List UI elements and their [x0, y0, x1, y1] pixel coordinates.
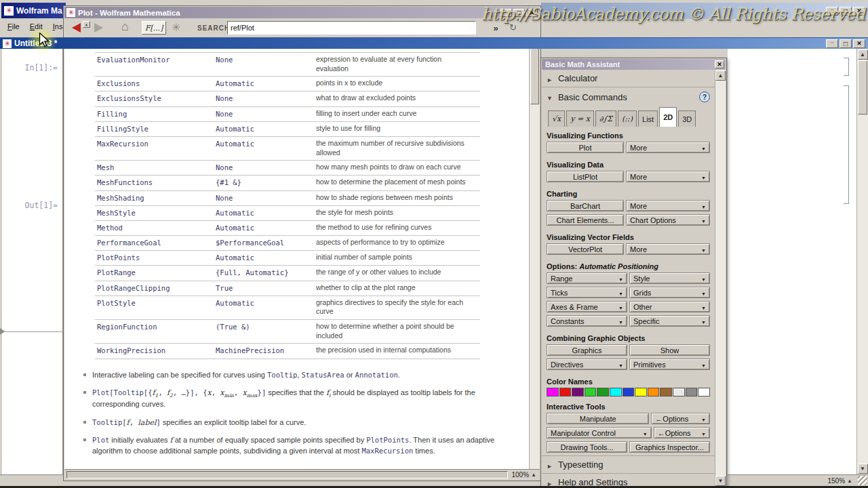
drawing-tools-button[interactable]: Drawing Tools...: [547, 441, 627, 453]
toolbar-overflow-button[interactable]: »: [488, 22, 503, 34]
close-icon[interactable]: [715, 60, 724, 68]
option-dropdown-ticks[interactable]: Ticks: [547, 287, 627, 298]
option-dropdown-other[interactable]: Other: [629, 301, 710, 312]
palette-scrollbar[interactable]: [715, 70, 726, 487]
refresh-icon[interactable]: [509, 22, 517, 33]
color-swatch-8[interactable]: [648, 388, 660, 396]
manipulator-options-dropdown[interactable]: ←Options: [654, 427, 710, 439]
doc-scrollbar[interactable]: [529, 38, 540, 469]
table-row: MaxRecursionAutomaticthe maximum number …: [95, 136, 480, 160]
scroll-up-icon[interactable]: [858, 49, 868, 60]
option-dropdown-axes-frame[interactable]: Axes & Frame: [547, 301, 627, 312]
cell-insert-line[interactable]: [2, 331, 62, 332]
notebook-title-bar[interactable]: Untitled-3 *: [0, 37, 868, 49]
graphics-button[interactable]: Graphics: [547, 344, 627, 356]
color-swatch-9[interactable]: [660, 388, 672, 396]
color-swatch-4[interactable]: [597, 388, 609, 396]
graphics-inspector-button[interactable]: Graphics Inspector...: [629, 441, 710, 453]
notebook-right-area[interactable]: [728, 49, 868, 474]
directives-dropdown[interactable]: Directives: [547, 359, 627, 370]
minimize-icon[interactable]: [500, 9, 512, 17]
more-dropdown-charting[interactable]: More: [626, 200, 710, 211]
color-swatch-6[interactable]: [623, 388, 635, 396]
chevron-down-icon: [701, 415, 706, 423]
section-typesetting[interactable]: Typesetting: [547, 456, 710, 473]
color-swatch-0[interactable]: [547, 388, 559, 396]
maximize-icon[interactable]: [840, 39, 852, 48]
cell-bracket[interactable]: [844, 85, 849, 204]
palette-title-bar[interactable]: Basic Math Assistant: [542, 59, 726, 70]
cell-bracket[interactable]: [844, 58, 849, 76]
color-swatch-11[interactable]: [686, 388, 698, 396]
notebook-left-area[interactable]: In[1]:= Out[1]=: [0, 49, 63, 474]
option-name: PlotRange: [95, 268, 216, 277]
section-header-combining: Combining Graphic Objects: [547, 334, 710, 342]
close-icon[interactable]: [853, 7, 865, 16]
more-dropdown-functions[interactable]: More: [626, 142, 710, 153]
palette-tab-item[interactable]: (::): [618, 110, 637, 127]
vectorplot-button[interactable]: VectorPlot: [547, 243, 624, 255]
palette-tab-list[interactable]: List: [638, 110, 658, 127]
option-dropdown-constants[interactable]: Constants: [547, 315, 627, 327]
scroll-down-icon[interactable]: [858, 464, 868, 474]
option-dropdown-grids[interactable]: Grids: [629, 287, 710, 298]
more-dropdown-data[interactable]: More: [626, 171, 710, 182]
show-button[interactable]: Show: [629, 344, 710, 356]
search-input[interactable]: [227, 21, 476, 35]
color-swatch-3[interactable]: [585, 388, 597, 396]
scrollbar-thumb[interactable]: [858, 60, 867, 115]
spikey-outline-icon[interactable]: [172, 21, 180, 34]
section-calculator[interactable]: Calculator: [547, 70, 710, 87]
resize-grip[interactable]: [858, 476, 867, 485]
history-dropdown-icon[interactable]: [83, 21, 90, 28]
help-button[interactable]: ?: [699, 92, 710, 102]
zoom-menu-icon[interactable]: [531, 472, 536, 478]
listplot-button[interactable]: ListPlot: [547, 171, 624, 182]
option-dropdown-specific[interactable]: Specific: [629, 315, 710, 327]
scroll-down-icon[interactable]: [715, 476, 726, 486]
forward-icon[interactable]: [94, 23, 103, 33]
manipulate-button[interactable]: Manipulate: [547, 413, 649, 424]
color-swatch-7[interactable]: [635, 388, 647, 396]
manipulate-options-dropdown[interactable]: ←Options: [651, 413, 710, 424]
color-swatch-5[interactable]: [610, 388, 622, 396]
option-dropdown-style[interactable]: Style: [629, 272, 710, 284]
back-icon[interactable]: [72, 23, 81, 33]
zoom-menu-icon[interactable]: [847, 478, 852, 484]
palette-tab-3d[interactable]: 3D: [678, 110, 696, 127]
maximize-icon[interactable]: [513, 9, 525, 17]
color-swatch-12[interactable]: [698, 388, 710, 396]
primitives-dropdown[interactable]: Primitives: [629, 359, 710, 370]
close-icon[interactable]: [526, 9, 538, 17]
palette-tab-item[interactable]: ∂∫Σ: [595, 110, 616, 127]
menu-file[interactable]: File: [7, 22, 20, 30]
chart-options-dropdown[interactable]: Chart Options: [626, 214, 710, 226]
color-swatch-1[interactable]: [559, 388, 572, 396]
close-icon[interactable]: [853, 39, 865, 48]
maximize-icon[interactable]: [840, 7, 852, 16]
home-icon[interactable]: [121, 20, 129, 34]
color-swatch-2[interactable]: [572, 388, 584, 396]
barchart-button[interactable]: BarChart: [547, 200, 624, 211]
doc-window-title-bar[interactable]: Plot - Wolfram Mathematica: [64, 7, 540, 18]
manipulator-control-dropdown[interactable]: Manipulator Control: [547, 427, 652, 439]
palette-tab-x[interactable]: √x: [548, 110, 565, 127]
color-swatch-10[interactable]: [673, 388, 685, 396]
menu-edit[interactable]: Edit: [30, 22, 43, 30]
minimize-icon[interactable]: [826, 39, 838, 48]
chart-elements-button[interactable]: Chart Elements...: [547, 214, 624, 226]
plot-button[interactable]: Plot: [547, 142, 624, 153]
minimize-icon[interactable]: [826, 7, 838, 16]
notebook-zoom-level[interactable]: 150%: [828, 477, 846, 485]
section-help-and-settings[interactable]: Help and Settings: [547, 474, 710, 487]
function-browser-button[interactable]: F[...]: [142, 21, 166, 35]
notebook-scrollbar[interactable]: [856, 49, 868, 474]
more-dropdown-vector-fields[interactable]: More: [626, 243, 710, 255]
option-dropdown-range[interactable]: Range: [547, 272, 627, 284]
palette-tab-y-x[interactable]: y = x: [566, 110, 594, 127]
section-basic-commands[interactable]: Basic Commands ?: [547, 87, 710, 106]
doc-zoom-level[interactable]: 100%: [512, 471, 530, 479]
palette-tab-2d[interactable]: 2D: [659, 107, 677, 127]
scrollbar-thumb[interactable]: [530, 40, 539, 104]
scroll-up-icon[interactable]: [715, 70, 726, 81]
